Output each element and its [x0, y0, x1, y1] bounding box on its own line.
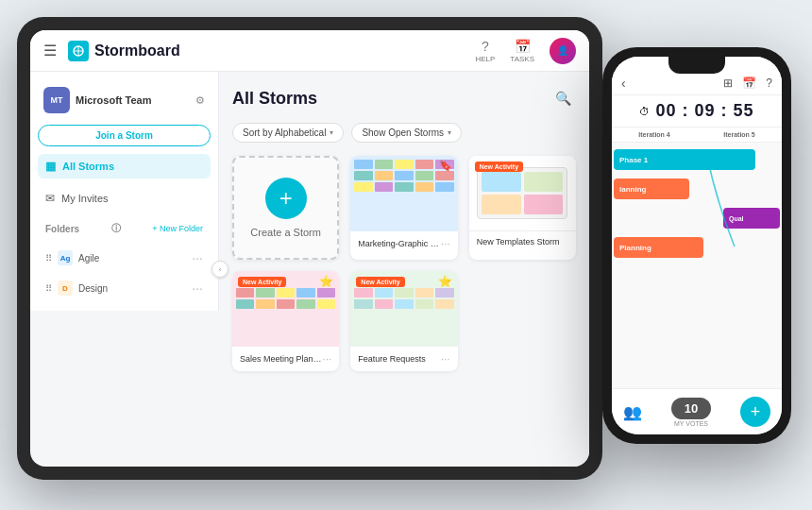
- card-options-icon[interactable]: ···: [441, 237, 450, 250]
- calendar-icon: 📅: [515, 39, 531, 54]
- create-plus-icon: +: [265, 178, 307, 219]
- sidebar-item-my-invites[interactable]: ✉ My Invites: [38, 186, 211, 211]
- votes-label: MY VOTES: [674, 420, 708, 427]
- card-footer-templates: New Templates Storm: [469, 231, 576, 252]
- sort-filter-button[interactable]: Sort by Alphabetical ▾: [232, 123, 344, 143]
- main-content: All Storms 🔍 Sort by Alphabetical ▾ Show…: [219, 72, 589, 467]
- phone-help-icon[interactable]: ?: [766, 76, 772, 90]
- avatar[interactable]: 👤: [550, 38, 576, 64]
- show-filter-button[interactable]: Show Open Storms ▾: [351, 123, 462, 143]
- gantt-row-phase1: Phase 1: [612, 146, 782, 173]
- phone-timer-bar: ⏱ 00 : 09 : 55: [612, 95, 782, 128]
- sidebar-item-all-storms[interactable]: ▦ All Storms: [38, 154, 211, 178]
- create-storm-card[interactable]: + Create a Storm: [232, 156, 339, 260]
- bookmark-icon: 🔖: [439, 160, 452, 172]
- design-badge: D: [58, 280, 73, 296]
- card-thumbnail-sales: New Activity ⭐: [232, 271, 339, 347]
- team-row: MT Microsoft Team ⚙: [38, 83, 211, 117]
- gantt-header: Iteration 4 Iteration 5: [612, 128, 782, 143]
- gantt-header-iter4: Iteration 4: [612, 131, 697, 138]
- timer-value: 00 : 09 : 55: [655, 101, 753, 121]
- search-button[interactable]: 🔍: [550, 85, 576, 111]
- phone-bottom-bar: 👥 10 MY VOTES +: [612, 388, 782, 434]
- folder-item-design[interactable]: ⠿ D Design ···: [38, 277, 211, 299]
- team-badge: MT: [43, 87, 70, 113]
- gantt-row-planning1: lanning: [612, 176, 782, 202]
- phone-action-2[interactable]: 📅: [742, 76, 756, 90]
- card-thumbnail-features: New Activity ⭐: [350, 271, 457, 347]
- hamburger-icon[interactable]: ☰: [43, 42, 57, 60]
- card-footer-marketing: Marketing-Graphic Desig... ···: [350, 231, 457, 256]
- gantt-bar-phase1: Phase 1: [614, 149, 755, 170]
- drag-handle-icon: ⠿: [45, 253, 52, 264]
- phone-gantt: Iteration 4 Iteration 5 Phase 1 lanning …: [612, 128, 782, 388]
- folders-header: Folders ⓘ + New Folder: [38, 218, 211, 239]
- tablet-screen: ☰ Stormboard ? HELP 📅 TASKS: [30, 30, 589, 467]
- agile-badge: Ag: [58, 250, 73, 265]
- help-button[interactable]: ? HELP: [475, 39, 495, 63]
- tasks-button[interactable]: 📅 TASKS: [510, 39, 534, 63]
- create-label: Create a Storm: [250, 227, 321, 238]
- folders-info-icon[interactable]: ⓘ: [111, 222, 121, 235]
- card-footer-features: Feature Requests ···: [350, 347, 457, 371]
- main-area: MT Microsoft Team ⚙ Join a Storm ▦ All S…: [30, 72, 589, 467]
- gear-icon[interactable]: ⚙: [195, 94, 205, 107]
- card-footer-sales: Sales Meeting Planning ···: [232, 347, 339, 371]
- new-activity-badge: New Activity: [475, 162, 523, 172]
- storm-name: Feature Requests: [358, 354, 440, 364]
- storm-card-sales[interactable]: New Activity ⭐: [232, 271, 339, 371]
- timer-icon: ⏱: [639, 106, 650, 117]
- new-activity-badge: New Activity: [238, 277, 286, 287]
- votes-badge: 10: [671, 398, 711, 419]
- folder-options-icon[interactable]: ···: [192, 250, 203, 265]
- card-thumbnail-marketing: 🔖: [350, 156, 457, 231]
- tablet-device: ☰ Stormboard ? HELP 📅 TASKS: [17, 17, 602, 480]
- gantt-bar-planning2: Planning: [614, 237, 703, 258]
- folder-options-icon[interactable]: ···: [192, 280, 203, 296]
- scene: ☰ Stormboard ? HELP 📅 TASKS: [0, 0, 812, 510]
- folder-item-agile[interactable]: ⠿ Ag Agile ···: [38, 246, 211, 269]
- logo-area: Stormboard: [68, 41, 475, 61]
- card-options-icon[interactable]: ···: [322, 352, 331, 366]
- storm-name: New Templates Storm: [477, 237, 568, 246]
- help-icon: ?: [482, 39, 489, 54]
- content-header: All Storms 🔍: [232, 85, 576, 111]
- storm-card-templates[interactable]: New Activity New Templates Storm: [469, 156, 576, 260]
- drag-handle-icon: ⠿: [45, 283, 52, 294]
- storm-grid: + Create a Storm: [232, 156, 576, 371]
- app-name: Stormboard: [94, 42, 180, 60]
- logo-icon: [68, 41, 89, 61]
- new-activity-badge: New Activity: [356, 277, 404, 287]
- gantt-bar-qual: Qual: [723, 208, 780, 229]
- people-icon[interactable]: 👥: [623, 403, 642, 421]
- page-title: All Storms: [232, 89, 317, 109]
- star-icon: ⭐: [438, 275, 452, 288]
- phone-device: ‹ ⊞ 📅 ? ⏱ 00 : 09 : 55 Iteration 4 Itera…: [602, 47, 791, 444]
- storm-name: Marketing-Graphic Desig...: [358, 239, 440, 248]
- gantt-row-qual: Qual: [612, 205, 782, 231]
- sidebar: MT Microsoft Team ⚙ Join a Storm ▦ All S…: [30, 72, 219, 311]
- star-icon: ⭐: [319, 275, 333, 288]
- chevron-down-icon: ▾: [448, 128, 451, 137]
- sidebar-collapse-button[interactable]: ‹: [211, 261, 228, 278]
- phone-screen: ‹ ⊞ 📅 ? ⏱ 00 : 09 : 55 Iteration 4 Itera…: [612, 57, 782, 434]
- storm-card-marketing[interactable]: 🔖 Marketing-Graphic Desig... ···: [350, 156, 457, 260]
- envelope-icon: ✉: [45, 192, 55, 205]
- top-bar-actions: ? HELP 📅 TASKS 👤: [475, 38, 576, 64]
- card-options-icon[interactable]: ···: [441, 352, 450, 366]
- phone-action-1[interactable]: ⊞: [723, 76, 733, 90]
- phone-notch: [668, 57, 725, 74]
- card-thumbnail-templates: New Activity: [469, 156, 576, 231]
- grid-icon: ▦: [45, 160, 56, 173]
- add-fab-button[interactable]: +: [740, 397, 770, 427]
- gantt-header-iter5: Iteration 5: [697, 131, 782, 138]
- storm-name: Sales Meeting Planning: [240, 354, 322, 364]
- chevron-down-icon: ▾: [330, 128, 333, 137]
- storm-card-features[interactable]: New Activity ⭐: [350, 271, 457, 371]
- back-icon[interactable]: ‹: [621, 76, 626, 91]
- top-bar: ☰ Stormboard ? HELP 📅 TASKS: [30, 30, 589, 72]
- votes-area: 10 MY VOTES: [671, 398, 711, 427]
- join-storm-button[interactable]: Join a Storm: [38, 125, 211, 146]
- new-folder-button[interactable]: + New Folder: [152, 224, 203, 233]
- gantt-body: Phase 1 lanning Qual Planning: [612, 143, 782, 267]
